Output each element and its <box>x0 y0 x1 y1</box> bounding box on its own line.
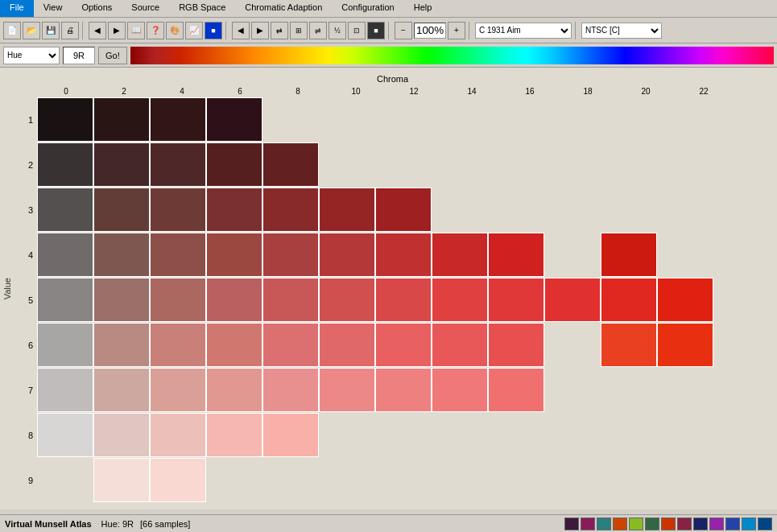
menu-options[interactable]: Options <box>72 0 122 17</box>
swatch-11[interactable] <box>725 518 740 530</box>
color-cell-2-2[interactable] <box>93 142 150 187</box>
hue-value-input[interactable]: 9R <box>63 47 95 64</box>
color-cell-5-14[interactable] <box>432 278 488 322</box>
color-cell-4-16[interactable] <box>488 233 544 277</box>
swatch-4[interactable] <box>613 518 627 530</box>
menu-view[interactable]: View <box>34 0 72 17</box>
color-cell-4-6[interactable] <box>206 233 262 277</box>
color-cell-5-10[interactable] <box>319 278 375 322</box>
color-cell-6-0[interactable] <box>37 323 93 367</box>
color-cell-7-6[interactable] <box>206 368 262 412</box>
menu-source[interactable]: Source <box>122 0 169 17</box>
color-cell-6-2[interactable] <box>93 323 150 367</box>
color-cell-5-12[interactable] <box>375 278 432 322</box>
color-cell-5-22[interactable] <box>657 278 713 322</box>
color-cell-5-20[interactable] <box>601 278 657 322</box>
swatch-13[interactable] <box>758 518 772 530</box>
color-cell-7-0[interactable] <box>37 368 93 412</box>
color-cell-2-6[interactable] <box>206 142 262 187</box>
expand-button[interactable]: ⊡ <box>348 22 366 39</box>
zoom-in-button[interactable]: + <box>448 22 465 39</box>
swatch-8[interactable] <box>677 518 692 530</box>
color-cell-1-2[interactable] <box>93 97 150 142</box>
new-button[interactable]: 📄 <box>3 22 21 39</box>
color-cell-8-8[interactable] <box>262 413 319 457</box>
fill-button[interactable]: ■ <box>367 22 385 39</box>
color-cell-3-6[interactable] <box>206 188 262 232</box>
color-cell-7-16[interactable] <box>488 368 544 412</box>
forward-button[interactable]: ▶ <box>108 22 126 39</box>
color-cell-6-4[interactable] <box>150 323 206 367</box>
color-cell-5-16[interactable] <box>488 278 544 322</box>
color-cell-7-8[interactable] <box>262 368 319 412</box>
color-cell-5-18[interactable] <box>544 278 601 322</box>
swatch-5[interactable] <box>629 518 643 530</box>
go-button[interactable]: Go! <box>98 47 127 64</box>
swatch-3[interactable] <box>597 518 611 530</box>
print-button[interactable]: 🖨 <box>61 22 79 39</box>
color-cell-6-8[interactable] <box>262 323 319 367</box>
color-cell-3-4[interactable] <box>150 188 206 232</box>
color-cell-4-14[interactable] <box>432 233 488 277</box>
chart-button[interactable]: 📈 <box>185 22 203 39</box>
zoom-input[interactable]: 100% <box>414 23 446 39</box>
color-cell-1-4[interactable] <box>150 97 206 142</box>
color-cell-6-16[interactable] <box>488 323 544 367</box>
color-cell-5-0[interactable] <box>37 278 93 322</box>
hue-type-select[interactable]: Hue <box>3 47 60 64</box>
color-cell-6-20[interactable] <box>601 323 657 367</box>
color-cell-3-10[interactable] <box>319 188 375 232</box>
swatch-10[interactable] <box>709 518 724 530</box>
color-cell-2-8[interactable] <box>262 142 319 187</box>
color-button[interactable]: 🎨 <box>166 22 184 39</box>
color-cell-4-12[interactable] <box>375 233 432 277</box>
color-cell-6-12[interactable] <box>375 323 432 367</box>
zoom-out-button[interactable]: − <box>395 22 412 39</box>
color-cell-8-6[interactable] <box>206 413 262 457</box>
menu-help[interactable]: Help <box>404 0 442 17</box>
swatch-1[interactable] <box>564 518 579 530</box>
color-cell-4-20[interactable] <box>601 233 657 277</box>
color-cell-8-4[interactable] <box>150 413 206 457</box>
color-cell-1-6[interactable] <box>206 97 262 142</box>
open-button[interactable]: 📂 <box>23 22 40 39</box>
color-cell-7-4[interactable] <box>150 368 206 412</box>
color-cell-4-2[interactable] <box>93 233 150 277</box>
color-cell-1-0[interactable] <box>37 97 93 142</box>
help-button[interactable]: ❓ <box>147 22 164 39</box>
color-cell-3-12[interactable] <box>375 188 432 232</box>
swatch-6[interactable] <box>645 518 659 530</box>
color-cell-4-10[interactable] <box>319 233 375 277</box>
prev-hue-button[interactable]: ◀ <box>232 22 250 39</box>
color-cell-3-0[interactable] <box>37 188 93 232</box>
swap-button[interactable]: ⇌ <box>309 22 327 39</box>
next-hue-button[interactable]: ▶ <box>251 22 269 39</box>
color-cell-7-12[interactable] <box>375 368 432 412</box>
color-cell-4-0[interactable] <box>37 233 93 277</box>
color-cell-5-6[interactable] <box>206 278 262 322</box>
aim-select[interactable]: C 1931 Aim <box>475 23 572 39</box>
color-cell-6-14[interactable] <box>432 323 488 367</box>
half-button[interactable]: ½ <box>329 22 346 39</box>
color-cell-3-8[interactable] <box>262 188 319 232</box>
color-cell-2-0[interactable] <box>37 142 93 187</box>
square-button[interactable]: ■ <box>205 22 222 39</box>
color-cell-7-2[interactable] <box>93 368 150 412</box>
back-button[interactable]: ◀ <box>89 22 106 39</box>
swatch-7[interactable] <box>661 518 676 530</box>
swatch-2[interactable] <box>581 518 595 530</box>
menu-chromatic[interactable]: Chromatic Adaption <box>235 0 332 17</box>
standard-select[interactable]: NTSC [C] <box>581 23 662 39</box>
color-cell-2-4[interactable] <box>150 142 206 187</box>
grid-button[interactable]: ⊞ <box>290 22 308 39</box>
color-cell-5-4[interactable] <box>150 278 206 322</box>
color-cell-6-6[interactable] <box>206 323 262 367</box>
color-cell-5-8[interactable] <box>262 278 319 322</box>
color-cell-5-2[interactable] <box>93 278 150 322</box>
color-cell-7-10[interactable] <box>319 368 375 412</box>
color-cell-9-4[interactable] <box>150 458 206 502</box>
menu-configuration[interactable]: Configuration <box>332 0 403 17</box>
save-button[interactable]: 💾 <box>42 22 60 39</box>
menu-file[interactable]: File <box>0 0 34 17</box>
color-cell-3-2[interactable] <box>93 188 150 232</box>
